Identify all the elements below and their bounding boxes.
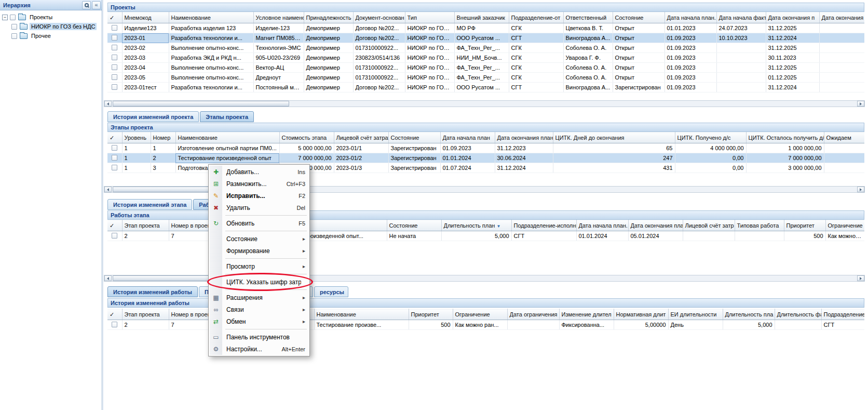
menu-item[interactable]: ✖УдалитьDel bbox=[210, 202, 308, 214]
table-cell[interactable]: Соболева О. А. bbox=[563, 63, 613, 73]
table-cell[interactable]: ООО Русатом ... bbox=[454, 33, 509, 43]
column-header[interactable]: Наименование bbox=[175, 133, 279, 143]
column-header[interactable]: Дата начала план. bbox=[664, 12, 716, 23]
table-cell[interactable]: 0,00 bbox=[675, 163, 746, 173]
table-cell[interactable]: 017310000922... bbox=[353, 63, 405, 73]
table-cell[interactable]: 2023-01/2 bbox=[334, 153, 388, 163]
table-cell[interactable]: 3 bbox=[151, 163, 175, 173]
table-cell[interactable]: 7 000 000,00 bbox=[279, 153, 334, 163]
table-cell[interactable]: 24.07.2023 bbox=[716, 23, 766, 33]
table-cell[interactable]: Вектор-АЦ bbox=[253, 63, 304, 73]
table-cell[interactable]: Открыт bbox=[613, 43, 664, 53]
column-header[interactable]: Наименование bbox=[314, 309, 409, 320]
table-cell[interactable]: 2023-04 bbox=[122, 63, 169, 73]
table-cell[interactable] bbox=[716, 83, 766, 92]
table-cell[interactable]: Дредноут bbox=[253, 73, 304, 83]
table-cell[interactable]: 2 bbox=[122, 231, 169, 241]
column-header[interactable]: Ограничение bbox=[825, 220, 864, 231]
table-row[interactable]: 12Тестирование произведенной опыт7 000 0… bbox=[107, 153, 864, 163]
table-cell[interactable]: 30.06.2024 bbox=[495, 153, 553, 163]
table-row[interactable]: 11Изготовление опытной партии ПМ0...5 00… bbox=[107, 143, 864, 153]
table-cell[interactable]: Выполнение опытно-конс... bbox=[169, 43, 253, 53]
column-header[interactable]: Длительность фак bbox=[775, 309, 821, 320]
table-cell[interactable]: НИОКР по ГОЗ ... bbox=[405, 73, 454, 83]
table-cell[interactable]: 1 bbox=[122, 153, 151, 163]
column-header[interactable]: Дата ограничения bbox=[507, 309, 559, 320]
column-header[interactable]: Изменение длител bbox=[559, 309, 614, 320]
table-cell[interactable]: 31.12.2024 bbox=[766, 33, 819, 43]
row-checkbox[interactable] bbox=[112, 35, 117, 41]
table-cell[interactable]: 65 bbox=[553, 143, 675, 153]
row-checkbox[interactable] bbox=[112, 84, 117, 90]
table-cell[interactable]: Демопример bbox=[304, 53, 353, 63]
table-cell[interactable]: Виноградова А... bbox=[563, 33, 613, 43]
tab[interactable]: ресурсы bbox=[314, 286, 348, 297]
table-cell[interactable]: Демопример bbox=[304, 83, 353, 92]
table-cell[interactable]: 247 bbox=[553, 153, 675, 163]
column-header[interactable]: Внешний заказчик bbox=[454, 12, 509, 23]
table-cell[interactable]: 01.09.2023 bbox=[664, 63, 716, 73]
tree-item-label[interactable]: Прочее bbox=[30, 32, 52, 39]
row-checkbox[interactable] bbox=[112, 322, 117, 327]
table-cell[interactable] bbox=[716, 73, 766, 83]
table-cell[interactable]: Магнит ПМ085-01 bbox=[253, 33, 304, 43]
table-cell[interactable]: 10.10.2023 bbox=[716, 33, 766, 43]
table-cell[interactable]: 01.09.2023 bbox=[664, 53, 716, 63]
table-cell[interactable] bbox=[819, 23, 864, 33]
column-header[interactable]: ✓ bbox=[107, 309, 122, 320]
table-cell[interactable]: Демопример bbox=[304, 33, 353, 43]
table-cell[interactable]: 017310000922... bbox=[353, 43, 405, 53]
row-checkbox[interactable] bbox=[112, 233, 117, 239]
table-cell[interactable] bbox=[735, 231, 784, 241]
scroll-left-button[interactable] bbox=[104, 275, 112, 281]
table-cell[interactable]: 5,000 bbox=[723, 320, 775, 330]
table-cell[interactable]: Не начата bbox=[387, 231, 441, 241]
table-cell[interactable]: Выполнение опытно-конс... bbox=[169, 63, 253, 73]
column-header[interactable]: ✓ bbox=[107, 133, 122, 143]
table-cell[interactable]: Соболева О. А. bbox=[563, 43, 613, 53]
table-cell[interactable] bbox=[819, 73, 864, 83]
tab[interactable]: Этапы проекта bbox=[200, 111, 254, 122]
tree-checkbox[interactable] bbox=[10, 15, 16, 20]
tree-item[interactable]: НИОКР по ГОЗ без НДС bbox=[0, 22, 102, 31]
table-cell[interactable]: СГТ bbox=[509, 83, 563, 92]
column-header[interactable]: Дата начала план bbox=[440, 133, 495, 143]
table-cell[interactable]: ООО Русатом ... bbox=[454, 83, 509, 92]
table-cell[interactable]: Соболева О. А. bbox=[563, 73, 613, 83]
table-row[interactable]: 2023-05Выполнение опытно-конс...Дредноут… bbox=[107, 73, 864, 83]
table-cell[interactable]: Постоянный маг... bbox=[253, 83, 304, 92]
menu-item[interactable]: ↻ОбновитьF5 bbox=[210, 217, 308, 229]
table-cell[interactable]: НИОКР по ГОЗ ... bbox=[405, 83, 454, 92]
table-cell[interactable] bbox=[819, 33, 864, 43]
table-cell[interactable] bbox=[507, 320, 559, 330]
column-header[interactable]: Дата окончания план bbox=[495, 133, 553, 143]
menu-item[interactable]: Формирование▸ bbox=[210, 245, 308, 257]
column-header[interactable]: ✓ bbox=[107, 220, 122, 231]
table-cell[interactable]: 1 bbox=[122, 143, 151, 153]
column-header[interactable]: Приоритет bbox=[784, 220, 825, 231]
row-checkbox[interactable] bbox=[112, 45, 117, 50]
menu-item[interactable]: ✚Добавить...Ins bbox=[210, 166, 308, 178]
table-cell[interactable]: 3 000 000,00 bbox=[746, 163, 824, 173]
column-header[interactable]: Ожидаем bbox=[824, 133, 864, 143]
table-cell[interactable]: 2023-01 bbox=[122, 33, 169, 43]
table-cell[interactable] bbox=[824, 163, 864, 173]
row-checkbox[interactable] bbox=[112, 145, 117, 151]
column-header[interactable]: Лицевой счёт затр bbox=[683, 220, 735, 231]
table-cell[interactable]: СГТ bbox=[821, 320, 864, 330]
table-cell[interactable]: Тестирование произведенной опыт bbox=[175, 153, 279, 163]
column-header[interactable]: Стоимость этапа bbox=[279, 133, 334, 143]
table-cell[interactable] bbox=[819, 63, 864, 73]
column-header[interactable]: Мнемокод bbox=[122, 12, 169, 23]
table-cell[interactable]: Фиксированна... bbox=[559, 320, 614, 330]
menu-item[interactable]: Просмотр▸ bbox=[210, 260, 308, 272]
table-cell[interactable]: 5,000 bbox=[441, 231, 511, 241]
tab[interactable]: История изменений работы bbox=[107, 286, 198, 297]
table-cell[interactable]: Открыт bbox=[613, 63, 664, 73]
column-header[interactable]: Длительность пла bbox=[723, 309, 775, 320]
column-header[interactable]: Дата окончания bbox=[819, 12, 864, 23]
table-cell[interactable]: 1 000 000,00 bbox=[746, 143, 824, 153]
table-cell[interactable]: Открыт bbox=[613, 53, 664, 63]
column-header[interactable]: Ответственный bbox=[563, 12, 613, 23]
table-cell[interactable]: 2023-03 bbox=[122, 53, 169, 63]
